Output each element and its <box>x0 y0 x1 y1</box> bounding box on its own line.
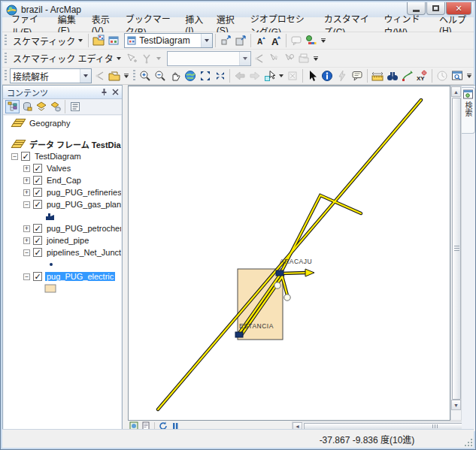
toolbar-overflow-button[interactable] <box>122 68 131 83</box>
layer-checkbox[interactable] <box>21 152 30 161</box>
decrease-symbol-size-button[interactable] <box>218 33 233 48</box>
find-button[interactable] <box>385 68 400 83</box>
new-diagram-button[interactable] <box>106 33 121 48</box>
collapse-toggle-icon[interactable] <box>11 153 18 160</box>
toc-panel-header[interactable]: コンテンツ <box>3 86 122 99</box>
layer-checkbox[interactable] <box>33 164 42 173</box>
toolbar-grip[interactable] <box>133 70 135 82</box>
schematic-properties-button[interactable] <box>289 33 304 48</box>
zoom-in-button[interactable] <box>138 68 153 83</box>
select-elements-button[interactable] <box>305 68 320 83</box>
toolbar-grip[interactable] <box>5 53 7 65</box>
toc-options-button[interactable] <box>68 100 82 113</box>
toc-layer-end-cap[interactable]: End_Cap <box>4 174 121 186</box>
layout-tool-button[interactable] <box>139 51 154 66</box>
increase-font-size-button[interactable]: A <box>268 33 283 48</box>
expand-toggle-icon[interactable] <box>23 165 30 172</box>
combobox-dropdown-button[interactable] <box>201 34 212 47</box>
scroll-up-button[interactable]: ▲ <box>451 86 461 97</box>
toc-layer-joined-pipe[interactable]: joined_pipe <box>4 234 121 246</box>
editor-combobox[interactable] <box>167 51 251 66</box>
trace-task-combobox[interactable]: 接続解析 <box>10 68 92 83</box>
toolbar-overflow-button[interactable] <box>311 51 320 66</box>
menu-item-file[interactable]: ファイル(F) <box>5 17 52 32</box>
hyperlink-button[interactable] <box>335 68 350 83</box>
vertical-scroll-thumb[interactable] <box>452 98 461 400</box>
combobox-dropdown-button[interactable] <box>80 69 91 83</box>
diagram-combobox[interactable]: TestDiagram <box>124 33 213 48</box>
collapse-toggle-icon[interactable] <box>23 273 30 280</box>
viewer-window-button[interactable] <box>450 68 465 83</box>
resize-grip[interactable] <box>464 438 473 447</box>
edit-vertices-button[interactable] <box>251 51 266 66</box>
expand-toggle-icon[interactable] <box>23 225 30 232</box>
trace-tool-button[interactable] <box>92 68 107 83</box>
layer-checkbox[interactable] <box>33 176 42 185</box>
menu-item-geoprocessing[interactable]: ジオプロセシング(G) <box>244 17 318 32</box>
menu-item-edit[interactable]: 編集(E) <box>52 17 86 32</box>
increase-symbol-size-button[interactable] <box>233 33 248 48</box>
find-route-button[interactable] <box>400 68 415 83</box>
fixed-zoom-out-button[interactable] <box>213 68 228 83</box>
zoom-out-button[interactable] <box>153 68 168 83</box>
layer-checkbox[interactable] <box>33 248 42 257</box>
schematic-legend-button[interactable] <box>304 33 319 48</box>
toolbar-overflow-button[interactable] <box>465 68 474 83</box>
menu-item-windows[interactable]: ウィンドウ(W) <box>378 17 433 32</box>
toc-dataframe-geography[interactable]: Geography <box>4 117 121 129</box>
open-diagram-button[interactable] <box>91 33 106 48</box>
toc-layer-gas-plants[interactable]: pug_PUG_gas_plants <box>4 198 121 210</box>
toc-layer-refineries[interactable]: pug_PUG_refineries <box>4 186 121 198</box>
toc-layer-electric[interactable]: pug_PUG_electric <box>4 270 121 282</box>
fixed-zoom-in-button[interactable] <box>198 68 213 83</box>
identify-button[interactable] <box>320 68 335 83</box>
expand-toggle-icon[interactable] <box>23 177 30 184</box>
menu-item-insert[interactable]: 挿入(I) <box>179 17 211 32</box>
collapse-toggle-icon[interactable] <box>23 201 30 208</box>
decrease-font-size-button[interactable]: A <box>253 33 268 48</box>
move-element-button[interactable] <box>124 51 139 66</box>
vertical-scrollbar[interactable]: ▲ ▼ <box>450 86 462 421</box>
toc-dataframe-testdiagram[interactable]: データ フレーム TestDiagram <box>4 138 121 150</box>
list-by-drawing-order-button[interactable] <box>5 100 20 113</box>
previous-extent-button[interactable] <box>232 68 247 83</box>
list-by-source-button[interactable] <box>20 100 34 113</box>
time-slider-button[interactable] <box>435 68 450 83</box>
layer-checkbox[interactable] <box>33 200 42 209</box>
toolbar-grip[interactable] <box>5 35 7 47</box>
expand-toggle-icon[interactable] <box>23 237 30 244</box>
pin-icon[interactable] <box>100 88 108 96</box>
list-by-selection-button[interactable] <box>48 100 62 113</box>
list-by-visibility-button[interactable] <box>34 100 48 113</box>
select-mode-button[interactable] <box>266 51 281 66</box>
save-edits-button[interactable] <box>296 51 311 66</box>
menu-item-selection[interactable]: 選択(S) <box>211 17 244 32</box>
menu-item-bookmarks[interactable]: ブックマーク(B) <box>120 17 180 32</box>
schematic-menu-button[interactable]: スケマティック <box>10 33 86 48</box>
clear-selection-button[interactable] <box>285 68 300 83</box>
collapse-toggle-icon[interactable] <box>23 249 30 256</box>
schematic-editor-menu-button[interactable]: スケマティック エディタ <box>10 51 124 66</box>
layer-checkbox[interactable] <box>33 272 42 281</box>
select-features-button[interactable] <box>262 68 277 83</box>
toc-layer-net-junctions[interactable]: pipelines_Net_Junctions <box>4 246 121 258</box>
full-extent-button[interactable] <box>183 68 198 83</box>
menu-item-customize[interactable]: カスタマイズ(C) <box>318 17 378 32</box>
measure-button[interactable] <box>370 68 385 83</box>
toc-layer-petrochem[interactable]: pug_PUG_petrochem_a <box>4 222 121 234</box>
menu-item-view[interactable]: 表示(V) <box>86 17 120 32</box>
toolbar-overflow-button[interactable] <box>319 33 328 48</box>
expand-toggle-icon[interactable] <box>23 189 30 196</box>
search-tab[interactable]: 検索 <box>462 87 475 134</box>
toc-layer-valves[interactable]: Valves <box>4 162 121 174</box>
map-canvas[interactable]: ARACAJU ESTANCIA <box>128 86 450 421</box>
next-extent-button[interactable] <box>247 68 262 83</box>
close-panel-icon[interactable] <box>111 88 120 96</box>
toolbar-grip[interactable] <box>5 70 7 82</box>
layer-checkbox[interactable] <box>33 224 42 233</box>
go-to-xy-button[interactable]: XY <box>415 68 430 83</box>
html-popup-button[interactable] <box>350 68 365 83</box>
scroll-down-button[interactable]: ▼ <box>451 400 461 410</box>
trace-options-button[interactable] <box>107 68 122 83</box>
layer-checkbox[interactable] <box>33 236 42 245</box>
